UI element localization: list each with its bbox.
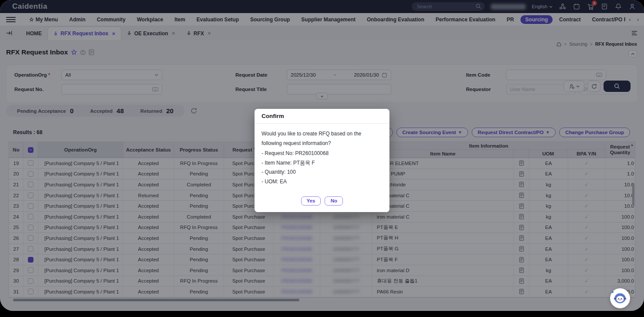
yes-button[interactable]: Yes [301, 196, 321, 206]
confirm-dialog: Confirm Would you like to create RFQ bas… [255, 109, 389, 212]
dialog-details: - Request No: PR260100068- Item Name: PT… [262, 149, 382, 186]
dialog-detail-line: - Request No: PR260100068 [262, 149, 382, 158]
chatbot-button[interactable] [610, 288, 630, 308]
dialog-detail-line: - Quantity: 100 [262, 168, 382, 177]
no-button[interactable]: No [325, 196, 343, 206]
dialog-detail-line: - Item Name: PT품목 F [262, 158, 382, 168]
chatbot-icon [613, 291, 627, 306]
dialog-title: Confirm [255, 109, 389, 124]
dialog-detail-line: - UOM: EA [262, 177, 382, 187]
chatbot-status-dot [611, 291, 614, 293]
dialog-message: Would you like to create RFQ based on th… [262, 129, 382, 148]
app-window: Caidentia English 5 [0, 0, 644, 311]
